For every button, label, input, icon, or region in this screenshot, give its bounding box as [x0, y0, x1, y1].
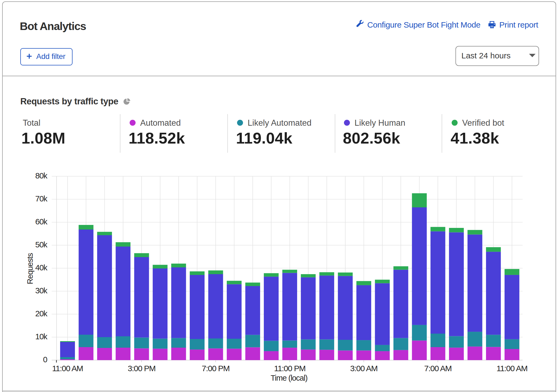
svg-text:7:00 AM: 7:00 AM — [424, 364, 452, 373]
svg-text:10k: 10k — [35, 332, 47, 341]
svg-text:11:00 AM: 11:00 AM — [497, 364, 527, 373]
svg-text:Time (local): Time (local) — [271, 374, 307, 382]
svg-text:11:00 PM: 11:00 PM — [274, 364, 306, 373]
svg-text:70k: 70k — [35, 194, 47, 203]
svg-text:11:00 AM: 11:00 AM — [52, 364, 83, 373]
svg-text:3:00 PM: 3:00 PM — [128, 364, 156, 373]
svg-text:80k: 80k — [35, 171, 47, 180]
svg-text:7:00 PM: 7:00 PM — [202, 364, 230, 373]
svg-text:50k: 50k — [35, 240, 47, 249]
svg-text:60k: 60k — [35, 217, 47, 226]
svg-text:30k: 30k — [35, 286, 47, 295]
svg-text:3:00 AM: 3:00 AM — [350, 364, 378, 373]
svg-text:Requests: Requests — [25, 253, 34, 284]
svg-text:40k: 40k — [35, 263, 47, 272]
svg-text:0: 0 — [43, 355, 47, 364]
svg-text:20k: 20k — [35, 309, 47, 318]
